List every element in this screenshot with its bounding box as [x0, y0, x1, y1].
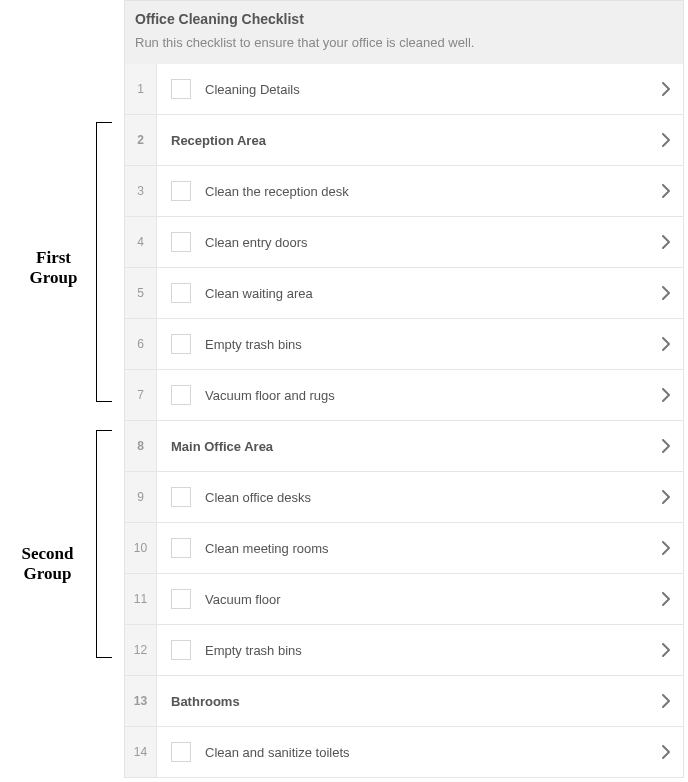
chevron-right-icon — [662, 235, 670, 249]
bracket-first-group — [96, 122, 112, 402]
task-checkbox[interactable] — [171, 487, 191, 507]
expand-button[interactable] — [649, 676, 683, 726]
row-number: 1 — [125, 64, 157, 114]
section-label: Bathrooms — [157, 694, 649, 709]
row-number: 7 — [125, 370, 157, 420]
expand-button[interactable] — [649, 166, 683, 216]
task-checkbox[interactable] — [171, 79, 191, 99]
expand-button[interactable] — [649, 523, 683, 573]
annotation-second-group: Second Group — [10, 544, 85, 585]
task-checkbox[interactable] — [171, 181, 191, 201]
expand-button[interactable] — [649, 64, 683, 114]
task-checkbox[interactable] — [171, 538, 191, 558]
row-number: 2 — [125, 115, 157, 165]
checklist-subtitle: Run this checklist to ensure that your o… — [135, 35, 673, 50]
row-number: 14 — [125, 727, 157, 777]
expand-button[interactable] — [649, 574, 683, 624]
task-label: Empty trash bins — [191, 643, 649, 658]
chevron-right-icon — [662, 337, 670, 351]
task-label: Clean office desks — [191, 490, 649, 505]
checklist-task-row[interactable]: 1Cleaning Details — [125, 64, 683, 115]
panel-header: Office Cleaning Checklist Run this check… — [125, 1, 683, 64]
row-number: 4 — [125, 217, 157, 267]
checklist-task-row[interactable]: 3Clean the reception desk — [125, 166, 683, 217]
task-checkbox[interactable] — [171, 742, 191, 762]
checklist-title: Office Cleaning Checklist — [135, 11, 673, 27]
chevron-right-icon — [662, 133, 670, 147]
row-number: 12 — [125, 625, 157, 675]
task-checkbox[interactable] — [171, 589, 191, 609]
row-number: 11 — [125, 574, 157, 624]
row-number: 6 — [125, 319, 157, 369]
chevron-right-icon — [662, 439, 670, 453]
chevron-right-icon — [662, 388, 670, 402]
checklist-task-row[interactable]: 5Clean waiting area — [125, 268, 683, 319]
checklist-task-row[interactable]: 14Clean and sanitize toilets — [125, 727, 683, 778]
task-checkbox[interactable] — [171, 334, 191, 354]
checklist-section-row[interactable]: 13Bathrooms — [125, 676, 683, 727]
task-label: Clean meeting rooms — [191, 541, 649, 556]
row-number: 3 — [125, 166, 157, 216]
checklist-task-row[interactable]: 7Vacuum floor and rugs — [125, 370, 683, 421]
chevron-right-icon — [662, 643, 670, 657]
chevron-right-icon — [662, 541, 670, 555]
row-number: 13 — [125, 676, 157, 726]
chevron-right-icon — [662, 286, 670, 300]
checklist-section-row[interactable]: 8Main Office Area — [125, 421, 683, 472]
task-label: Clean the reception desk — [191, 184, 649, 199]
task-label: Empty trash bins — [191, 337, 649, 352]
expand-button[interactable] — [649, 727, 683, 777]
checklist-task-row[interactable]: 6Empty trash bins — [125, 319, 683, 370]
checklist-task-row[interactable]: 12Empty trash bins — [125, 625, 683, 676]
annotation-first-group: First Group — [16, 248, 91, 289]
expand-button[interactable] — [649, 421, 683, 471]
expand-button[interactable] — [649, 268, 683, 318]
chevron-right-icon — [662, 745, 670, 759]
section-label: Main Office Area — [157, 439, 649, 454]
checklist-panel: Office Cleaning Checklist Run this check… — [124, 0, 684, 778]
expand-button[interactable] — [649, 472, 683, 522]
checklist-section-row[interactable]: 2Reception Area — [125, 115, 683, 166]
expand-button[interactable] — [649, 625, 683, 675]
checklist-rows: 1Cleaning Details2Reception Area3Clean t… — [125, 64, 683, 778]
chevron-right-icon — [662, 490, 670, 504]
chevron-right-icon — [662, 694, 670, 708]
task-label: Clean entry doors — [191, 235, 649, 250]
task-label: Vacuum floor and rugs — [191, 388, 649, 403]
expand-button[interactable] — [649, 370, 683, 420]
task-label: Clean waiting area — [191, 286, 649, 301]
task-checkbox[interactable] — [171, 232, 191, 252]
chevron-right-icon — [662, 184, 670, 198]
chevron-right-icon — [662, 592, 670, 606]
task-checkbox[interactable] — [171, 385, 191, 405]
task-checkbox[interactable] — [171, 640, 191, 660]
row-number: 5 — [125, 268, 157, 318]
task-label: Clean and sanitize toilets — [191, 745, 649, 760]
chevron-right-icon — [662, 82, 670, 96]
row-number: 8 — [125, 421, 157, 471]
section-label: Reception Area — [157, 133, 649, 148]
task-label: Vacuum floor — [191, 592, 649, 607]
checklist-task-row[interactable]: 4Clean entry doors — [125, 217, 683, 268]
task-label: Cleaning Details — [191, 82, 649, 97]
checklist-task-row[interactable]: 11Vacuum floor — [125, 574, 683, 625]
expand-button[interactable] — [649, 217, 683, 267]
bracket-second-group — [96, 430, 112, 658]
task-checkbox[interactable] — [171, 283, 191, 303]
expand-button[interactable] — [649, 319, 683, 369]
checklist-task-row[interactable]: 9Clean office desks — [125, 472, 683, 523]
row-number: 9 — [125, 472, 157, 522]
expand-button[interactable] — [649, 115, 683, 165]
row-number: 10 — [125, 523, 157, 573]
checklist-task-row[interactable]: 10Clean meeting rooms — [125, 523, 683, 574]
